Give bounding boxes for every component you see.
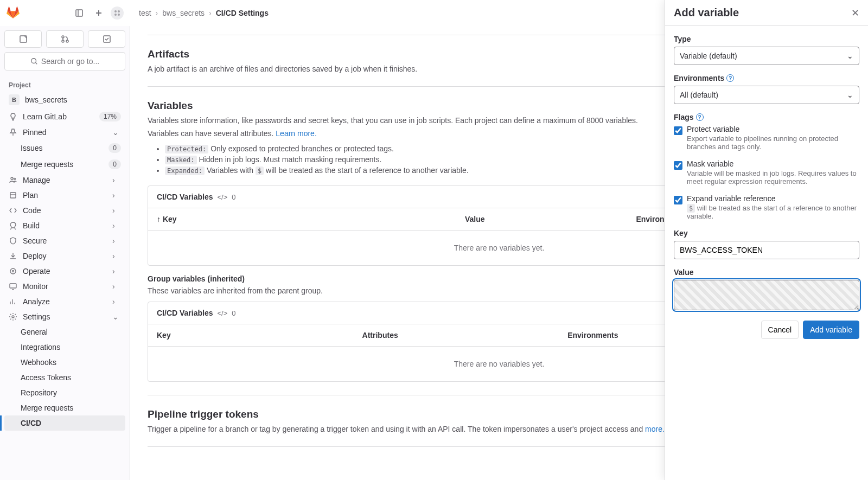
sidebar-item-manage[interactable]: Manage ›: [4, 172, 125, 188]
sidebar-item-label: Learn GitLab: [23, 112, 94, 121]
key-label: Key: [674, 229, 859, 238]
chevron-right-icon: ›: [112, 236, 121, 245]
sidebar-item-operate[interactable]: Operate ›: [4, 264, 125, 279]
help-icon[interactable]: ?: [696, 113, 704, 121]
svg-rect-17: [10, 193, 16, 198]
sidebar-item-plan[interactable]: Plan ›: [4, 188, 125, 203]
plan-icon: [9, 191, 17, 200]
chevron-right-icon: ›: [112, 176, 121, 184]
sidebar-pinned[interactable]: Pinned ⌄: [4, 125, 125, 140]
sidebar-learn-gitlab[interactable]: Learn GitLab 17%: [4, 108, 125, 125]
svg-point-9: [62, 36, 64, 38]
panel-left-icon[interactable]: [72, 5, 87, 21]
chevron-right-icon: ›: [112, 267, 121, 276]
value-textarea[interactable]: [674, 280, 859, 310]
sidebar-item-general[interactable]: General: [4, 324, 125, 340]
more-link[interactable]: more.: [645, 425, 665, 433]
sidebar-item-issues[interactable]: Issues 0: [4, 140, 125, 156]
learn-more-link[interactable]: Learn more.: [276, 129, 316, 138]
cancel-button[interactable]: Cancel: [761, 321, 799, 339]
sidebar-item-secure[interactable]: Secure ›: [4, 233, 125, 248]
todo-icon[interactable]: [88, 30, 125, 48]
sidebar-item-webhooks[interactable]: Webhooks: [4, 355, 125, 370]
svg-point-7: [118, 14, 120, 16]
sidebar-item-label: Integrations: [21, 343, 121, 351]
merge-request-icon[interactable]: [46, 30, 84, 48]
gitlab-logo: [7, 6, 20, 21]
expand-variable-checkbox[interactable]: [674, 196, 682, 204]
sidebar-item-access-tokens[interactable]: Access Tokens: [4, 370, 125, 385]
sidebar-item-deploy[interactable]: Deploy ›: [4, 248, 125, 264]
table-header-key[interactable]: ↑ Key: [157, 215, 465, 223]
project-avatar: B: [9, 94, 20, 105]
count-value: 0: [232, 193, 235, 201]
progress-badge: 17%: [99, 112, 121, 121]
code-icon: [9, 206, 17, 215]
chevron-down-icon: ⌄: [112, 128, 121, 137]
svg-point-26: [12, 316, 14, 318]
add-variable-button[interactable]: Add variable: [803, 321, 859, 339]
chevron-down-icon: ⌄: [847, 91, 853, 99]
add-variable-drawer: Add variable ✕ Type Variable (default) ⌄…: [665, 0, 868, 480]
code-badge: Expanded:: [165, 167, 205, 175]
sidebar-item-label: bws_secrets: [25, 95, 121, 104]
rocket-icon: [9, 221, 17, 230]
environments-select[interactable]: All (default) ⌄: [674, 86, 859, 104]
sidebar-item-cicd[interactable]: CI/CD: [4, 415, 125, 431]
sidebar-item-monitor[interactable]: Monitor ›: [4, 279, 125, 294]
key-input[interactable]: [674, 241, 859, 259]
open-in-ide-button[interactable]: [4, 30, 42, 48]
type-select[interactable]: Variable (default) ⌄: [674, 47, 859, 65]
bulb-icon: [9, 112, 17, 121]
value-label: Value: [674, 268, 859, 277]
sidebar-item-label: Settings: [23, 312, 107, 321]
user-avatar[interactable]: [111, 7, 124, 20]
users-icon: [9, 176, 17, 184]
monitor-icon: [9, 282, 17, 291]
chevron-down-icon: ⌄: [847, 52, 853, 60]
search-icon: [30, 57, 38, 65]
breadcrumb-item[interactable]: test: [139, 9, 151, 17]
search-input[interactable]: Search or go to...: [4, 52, 125, 71]
sidebar-item-label: Merge requests: [21, 160, 103, 169]
help-icon[interactable]: ?: [726, 74, 734, 82]
sidebar-item-label: General: [21, 328, 121, 336]
sidebar-item-label: Merge requests: [21, 404, 121, 412]
code-icon-small: </>: [218, 193, 228, 201]
protect-variable-checkbox[interactable]: [674, 126, 682, 135]
sidebar-item-label: Code: [23, 206, 107, 215]
sidebar-item-build[interactable]: Build ›: [4, 218, 125, 233]
svg-point-10: [62, 40, 64, 42]
svg-rect-0: [76, 10, 82, 16]
environments-label: Environments ?: [674, 74, 859, 82]
plus-icon[interactable]: [91, 5, 106, 21]
sidebar-item-merge-requests[interactable]: Merge requests 0: [4, 156, 125, 172]
svg-point-6: [114, 14, 117, 16]
breadcrumb-item[interactable]: bws_secrets: [162, 9, 205, 17]
sidebar-item-label: Webhooks: [21, 358, 121, 367]
chevron-right-icon: ›: [112, 221, 121, 230]
chevron-right-icon: ›: [112, 206, 121, 215]
chevron-right-icon: ›: [112, 282, 121, 291]
sidebar: Search or go to... Project B bws_secrets…: [0, 26, 130, 480]
svg-point-19: [10, 268, 16, 274]
code-badge: Protected:: [165, 145, 208, 153]
svg-line-14: [35, 63, 37, 65]
sidebar-item-integrations[interactable]: Integrations: [4, 340, 125, 355]
sidebar-item-label: Build: [23, 221, 107, 230]
sidebar-item-label: Manage: [23, 176, 107, 184]
svg-point-20: [12, 271, 14, 272]
svg-point-5: [118, 10, 120, 12]
table-header-attributes: Attributes: [362, 331, 568, 340]
gear-icon: [9, 312, 17, 321]
close-icon[interactable]: ✕: [851, 7, 859, 19]
sidebar-item-settings[interactable]: Settings ⌄: [4, 309, 125, 324]
sidebar-item-repository[interactable]: Repository: [4, 385, 125, 400]
sidebar-item-code[interactable]: Code ›: [4, 203, 125, 218]
sidebar-item-merge-requests-settings[interactable]: Merge requests: [4, 400, 125, 415]
mask-variable-checkbox[interactable]: [674, 161, 682, 170]
chevron-down-icon: ⌄: [112, 312, 121, 321]
sidebar-item-analyze[interactable]: Analyze ›: [4, 294, 125, 309]
sidebar-project-link[interactable]: B bws_secrets: [4, 91, 125, 108]
chevron-right-icon: ›: [112, 252, 121, 260]
